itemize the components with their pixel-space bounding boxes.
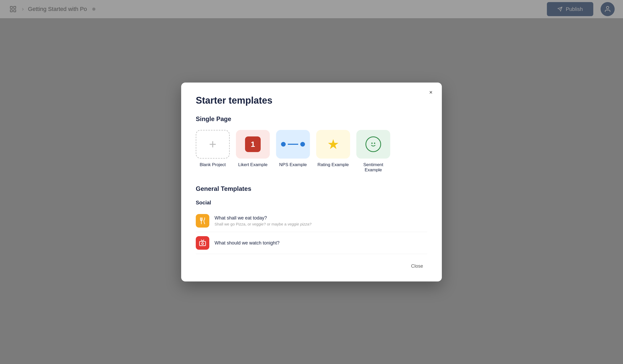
watch-item-title: What should we watch tonight?: [215, 240, 279, 246]
modal-title: Starter templates: [196, 95, 427, 106]
modal-close-button[interactable]: ×: [426, 88, 436, 97]
likert-label: Likert Example: [238, 162, 267, 167]
nps-dot-left: [281, 142, 286, 147]
rating-icon-container: ★: [316, 130, 350, 159]
list-item-watch[interactable]: What should we watch tonight?: [196, 232, 427, 254]
template-rating[interactable]: ★ Rating Example: [316, 130, 350, 173]
rating-label: Rating Example: [317, 162, 349, 167]
svg-point-11: [202, 243, 204, 244]
template-likert[interactable]: 1 Likert Example: [236, 130, 270, 173]
social-section-title: Social: [196, 200, 427, 206]
watch-icon: [196, 236, 209, 250]
sentiment-label: Sentiment Example: [356, 162, 390, 173]
svg-point-8: [374, 143, 375, 144]
starter-templates-modal: × Starter templates Single Page + Blank …: [181, 83, 442, 281]
svg-rect-10: [199, 241, 205, 246]
tv-icon: [199, 239, 206, 247]
close-footer-button[interactable]: Close: [407, 261, 427, 271]
general-templates-section: General Templates Social What shall we e…: [196, 185, 427, 254]
general-templates-title: General Templates: [196, 185, 427, 192]
watch-item-text: What should we watch tonight?: [215, 240, 279, 246]
modal-footer: Close: [196, 261, 427, 271]
blank-icon-container: +: [196, 130, 230, 159]
template-sentiment[interactable]: Sentiment Example: [356, 130, 390, 173]
likert-icon-container: 1: [236, 130, 270, 159]
blank-label: Blank Project: [200, 162, 226, 167]
smiley-face-icon: [365, 136, 381, 152]
list-item-food[interactable]: What shall we eat today? Shall we go Piz…: [196, 210, 427, 232]
star-icon: ★: [327, 136, 339, 152]
template-nps[interactable]: NPS Example: [276, 130, 310, 173]
sentiment-icon-container: [356, 130, 390, 159]
food-item-title: What shall we eat today?: [215, 215, 311, 221]
svg-point-7: [371, 143, 373, 144]
nps-line: [288, 144, 298, 145]
template-blank[interactable]: + Blank Project: [196, 130, 230, 173]
likert-number-icon: 1: [245, 136, 261, 152]
plus-icon: +: [209, 138, 216, 150]
smiley-svg: [369, 140, 378, 149]
single-page-templates-row: + Blank Project 1 Likert Example NPS Exa…: [196, 130, 427, 173]
nps-dots-icon: [281, 142, 305, 147]
fork-knife-icon: [199, 217, 206, 224]
food-item-text: What shall we eat today? Shall we go Piz…: [215, 215, 311, 226]
close-x-icon: ×: [429, 89, 433, 96]
nps-label: NPS Example: [279, 162, 307, 167]
nps-dot-right: [300, 142, 305, 147]
food-icon: [196, 214, 209, 228]
nps-icon-container: [276, 130, 310, 159]
single-page-section-title: Single Page: [196, 115, 427, 123]
food-item-desc: Shall we go Pizza, or veggie? or maybe a…: [215, 222, 311, 226]
